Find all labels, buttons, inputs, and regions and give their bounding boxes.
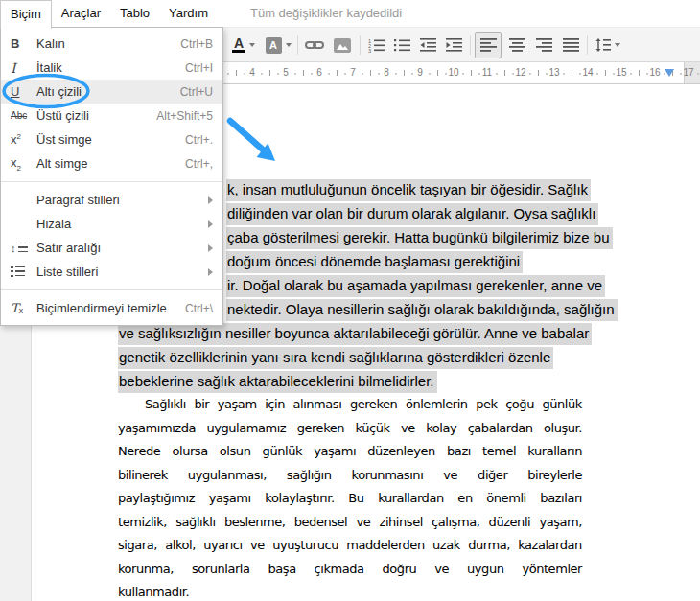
menubar-item-tablo[interactable]: Tablo xyxy=(110,0,159,27)
ruler-tick xyxy=(404,70,405,76)
ruler-tick xyxy=(294,73,296,75)
menu-item-label: İtalik xyxy=(36,60,185,75)
text-line: k, insan mutluluğunun öncelik taşıyan bi… xyxy=(226,178,591,202)
line-spacing-icon: ↕ xyxy=(11,243,36,254)
text-line: genetik özelliklerinin yanı sıra kendi s… xyxy=(118,346,553,370)
format-menu-item-paragraf-stilleri[interactable]: Paragraf stilleri xyxy=(1,188,222,212)
format-menu: BKalınCtrl+BIİtalikCtrl+IUAltı çiziliCtr… xyxy=(0,27,223,326)
list-styles-icon xyxy=(11,266,36,278)
link-icon xyxy=(305,38,324,52)
ruler-number: 17 xyxy=(683,67,693,78)
ruler-tick xyxy=(328,73,330,75)
ruler-tick xyxy=(311,73,313,75)
ruler-number: 9 xyxy=(417,67,423,78)
ruler-tick xyxy=(478,73,480,75)
submenu-arrow-icon xyxy=(208,268,213,276)
ruler-tick xyxy=(445,73,447,75)
menu-item-label: Hizala xyxy=(36,217,208,231)
submenu-arrow-icon xyxy=(208,244,213,252)
ruler-tick xyxy=(512,73,514,75)
image-icon xyxy=(334,38,351,53)
text-line: çaba gösterilmesi gerekir. Hatta bugünkü… xyxy=(226,226,613,250)
format-menu-item-hizala[interactable]: Hizala xyxy=(1,212,222,236)
menu-shortcut: Ctrl+. xyxy=(185,133,213,147)
format-menu-item-bi-imlendirmeyi-temizle[interactable]: TxBiçimlendirmeyi temizleCtrl+\ xyxy=(1,296,222,320)
align-right-button[interactable] xyxy=(530,32,557,58)
numbered-list-button[interactable]: 123 xyxy=(363,32,388,58)
toolbar-separator xyxy=(297,35,298,55)
svg-text:3: 3 xyxy=(368,48,371,53)
format-menu-item-liste-stilleri[interactable]: Liste stilleri xyxy=(1,260,222,284)
ruler-number: 4 xyxy=(249,67,255,78)
text-line: diliğinden var olan bir durum olarak alg… xyxy=(226,202,598,226)
text-color-icon: A xyxy=(232,37,245,53)
caret-icon xyxy=(249,43,255,47)
google-docs-app: A A 123 xyxy=(0,0,700,601)
ruler-tick xyxy=(563,73,565,75)
selected-text: k, insan mutluluğunun öncelik taşıyan bi… xyxy=(226,179,591,201)
justify-icon xyxy=(563,38,579,52)
menubar-item-yard-m[interactable]: Yardım xyxy=(159,0,218,27)
align-center-icon xyxy=(509,38,525,52)
ruler-number: 6 xyxy=(316,67,322,78)
menu-shortcut: Ctrl+\ xyxy=(185,302,213,315)
toolbar-separator xyxy=(470,35,471,55)
ruler-tick xyxy=(344,73,346,75)
italic-icon: I xyxy=(11,60,36,76)
selected-text: ir. Doğal olarak bu aşamada yapılması ge… xyxy=(226,275,605,297)
insert-image-button[interactable] xyxy=(329,32,356,58)
align-center-button[interactable] xyxy=(503,32,530,58)
format-menu-item-kal-n[interactable]: BKalınCtrl+B xyxy=(1,32,222,56)
ruler-tick xyxy=(370,70,371,76)
format-menu-item-sat-r-aral[interactable]: ↕Satır aralığı xyxy=(1,236,222,260)
ruler-tick xyxy=(261,73,263,75)
ruler-tick xyxy=(579,73,581,75)
underline-icon: U xyxy=(11,84,36,99)
menubar-item-bi-im[interactable]: Biçim xyxy=(0,0,52,29)
decrease-indent-button[interactable] xyxy=(415,32,440,58)
menu-item-label: Kalın xyxy=(36,36,180,51)
menubar-item-ara-lar[interactable]: Araçlar xyxy=(52,0,110,27)
text-line: Neredeolursaolsungünlükyaşamıdüzenleyenb… xyxy=(118,440,582,464)
ruler-tick xyxy=(462,73,464,75)
ruler-tick xyxy=(411,73,413,75)
bulleted-list-button[interactable] xyxy=(389,32,414,58)
menu-shortcut: Ctrl+U xyxy=(180,85,213,99)
menu-item-label: Üstü çizili xyxy=(36,108,156,123)
ruler-tick xyxy=(429,73,431,75)
format-menu-item-alt-izili[interactable]: UAltı çiziliCtrl+U xyxy=(1,80,222,104)
format-menu-item-st-simge[interactable]: x2Üst simgeCtrl+. xyxy=(1,127,222,151)
submenu-arrow-icon xyxy=(208,196,213,204)
ruler-number: 10 xyxy=(448,67,458,78)
menu-shortcut: Ctrl+B xyxy=(180,37,213,51)
format-menu-item-alt-simge[interactable]: x2Alt simgeCtrl+, xyxy=(1,151,222,175)
selected-text: nektedir. Olaya nesillerin sağlığı olara… xyxy=(226,299,618,321)
line-spacing-button[interactable] xyxy=(591,32,625,58)
submenu-arrow-icon xyxy=(208,220,213,228)
menu-item-label: Liste stilleri xyxy=(36,265,208,279)
increase-indent-button[interactable] xyxy=(441,32,466,58)
right-indent-marker[interactable] xyxy=(665,69,674,77)
bold-icon: B xyxy=(11,36,36,51)
ruler-number: 14 xyxy=(582,67,593,78)
format-menu-item-st-izili[interactable]: AbcÜstü çiziliAlt+Shift+5 xyxy=(1,104,222,127)
ruler-number: 5 xyxy=(283,67,289,78)
text-line: yaşamımızdauygulamamızgerekenküçükvekola… xyxy=(118,417,582,441)
format-menu-item-i-talik[interactable]: IİtalikCtrl+I xyxy=(1,56,222,80)
ruler-tick xyxy=(236,70,237,76)
justify-button[interactable] xyxy=(557,32,584,58)
ruler-number: 8 xyxy=(384,67,389,78)
ruler-tick xyxy=(303,70,304,76)
menu-shortcut: Alt+Shift+5 xyxy=(156,109,213,123)
numbered-list-icon: 123 xyxy=(368,38,385,53)
selected-text: çaba gösterilmesi gerekir. Hatta bugünkü… xyxy=(226,227,613,249)
ruler-tick xyxy=(269,70,270,76)
text-color-button[interactable]: A xyxy=(226,32,261,58)
align-left-button[interactable] xyxy=(475,32,502,58)
insert-link-button[interactable] xyxy=(301,32,328,58)
line-spacing-icon xyxy=(595,38,611,52)
highlight-color-button[interactable]: A xyxy=(261,32,295,58)
text-line: kullanmadır. xyxy=(118,581,582,601)
ruler-number: 12 xyxy=(515,67,525,78)
selected-text: genetik özelliklerinin yanı sıra kendi s… xyxy=(118,347,553,369)
